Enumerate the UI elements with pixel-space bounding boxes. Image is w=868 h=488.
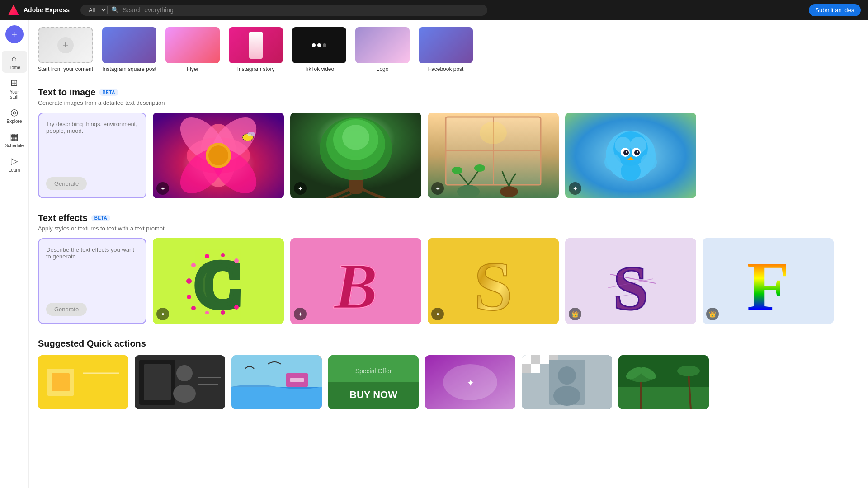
svg-point-27: [474, 164, 485, 172]
quick-action-3[interactable]: [231, 355, 322, 409]
svg-point-25: [457, 185, 480, 198]
quick-action-2[interactable]: [135, 355, 225, 409]
svg-rect-104: [618, 387, 709, 409]
quick-action-7[interactable]: [618, 355, 709, 409]
svg-point-38: [634, 150, 640, 155]
text-to-image-result-bird[interactable]: ✦: [565, 113, 696, 198]
svg-point-29: [480, 122, 507, 144]
sidebar-item-your-stuff[interactable]: ⊞ Your stuff: [2, 75, 27, 102]
sidebar-item-learn[interactable]: ▷ Learn: [2, 153, 27, 175]
svg-text:B: B: [333, 250, 378, 322]
text-to-image-result-flower[interactable]: ✦: [153, 113, 284, 198]
quick-action-6[interactable]: [522, 355, 612, 409]
quick-action-5[interactable]: ✦: [425, 355, 515, 409]
remix-b-button[interactable]: ✦: [294, 308, 307, 320]
sidebar-learn-label: Learn: [9, 168, 20, 173]
search-bar[interactable]: All 🔍: [80, 5, 487, 16]
template-instagram-square[interactable]: Instagram square post: [102, 27, 156, 72]
schedule-icon: ▦: [10, 131, 19, 142]
sidebar-schedule-label: Schedule: [5, 143, 24, 148]
svg-point-39: [626, 151, 627, 153]
template-start-content[interactable]: + Start from your content: [38, 27, 93, 72]
text-effect-s-purple[interactable]: S 👑: [565, 238, 696, 324]
remix-plants-button[interactable]: ✦: [431, 182, 444, 195]
sidebar-home-label: Home: [8, 65, 20, 70]
text-effects-textarea[interactable]: [46, 246, 138, 297]
text-effect-f-rainbow[interactable]: F 👑: [703, 238, 834, 324]
svg-point-78: [176, 365, 193, 381]
remix-c-button[interactable]: ✦: [156, 308, 169, 320]
svg-point-40: [637, 151, 638, 153]
text-to-image-generate-button[interactable]: Generate: [46, 177, 87, 190]
template-logo-label: Logo: [377, 66, 389, 72]
text-to-image-result-plants[interactable]: ✦: [428, 113, 559, 198]
template-story-label: Instagram story: [237, 66, 275, 72]
svg-point-44: [621, 161, 641, 181]
new-project-button[interactable]: +: [5, 25, 24, 43]
svg-rect-77: [144, 364, 171, 400]
remix-bird-button[interactable]: ✦: [569, 182, 581, 195]
template-logo[interactable]: Logo: [355, 27, 410, 72]
svg-point-14: [247, 132, 255, 136]
sidebar-item-home[interactable]: ⌂ Home: [2, 51, 27, 73]
search-filter-select[interactable]: All: [87, 6, 108, 14]
template-instagram-story[interactable]: Instagram story: [229, 27, 283, 72]
svg-rect-94: [522, 355, 531, 364]
quick-action-4[interactable]: BUY NOW Special Offer: [328, 355, 419, 409]
text-to-image-result-tree[interactable]: ✦: [290, 113, 421, 198]
template-flyer[interactable]: Flyer: [165, 27, 220, 72]
your-stuff-icon: ⊞: [10, 77, 18, 88]
svg-point-102: [553, 386, 580, 406]
sidebar-item-explore[interactable]: ◎ Explore: [2, 104, 27, 127]
template-thumb-flyer: [165, 27, 220, 63]
text-effect-s-gold[interactable]: S ✦: [428, 238, 559, 324]
text-effect-b[interactable]: B B ✦: [290, 238, 421, 324]
search-input[interactable]: [123, 6, 481, 14]
svg-point-26: [452, 167, 462, 174]
text-effects-generate-button[interactable]: Generate: [46, 303, 87, 316]
svg-marker-0: [8, 5, 19, 15]
template-thumb-tiktok: [292, 27, 346, 63]
home-icon: ⌂: [11, 53, 17, 64]
text-to-image-beta-badge: BETA: [99, 89, 118, 96]
text-effects-cards: Generate C: [38, 238, 859, 324]
remix-flower-button[interactable]: ✦: [156, 182, 169, 195]
text-effects-beta-badge: BETA: [91, 215, 110, 221]
svg-text:✦: ✦: [467, 379, 474, 388]
text-effect-c[interactable]: C C ✦: [153, 238, 284, 324]
crown-f-rainbow-button[interactable]: 👑: [706, 308, 719, 320]
sidebar-item-schedule[interactable]: ▦ Schedule: [2, 128, 27, 151]
svg-point-28: [500, 186, 518, 197]
main-content: + Start from your content Instagram squa…: [29, 20, 868, 488]
text-effects-header: Text effects BETA: [38, 213, 859, 223]
svg-point-11: [208, 145, 228, 165]
text-effects-title: Text effects: [38, 213, 88, 223]
quick-action-1[interactable]: [38, 355, 128, 409]
svg-text:S: S: [474, 247, 513, 324]
template-thumb-logo: [355, 27, 410, 63]
template-thumb-instagram: [102, 27, 156, 63]
template-thumb-story: [229, 27, 283, 63]
template-facebook[interactable]: Facebook post: [419, 27, 473, 72]
app-logo: Adobe Express: [7, 4, 70, 16]
topbar: Adobe Express All 🔍 Submit an idea: [0, 0, 868, 20]
text-to-image-subtitle: Generate images from a detailed text des…: [38, 99, 859, 106]
svg-point-79: [173, 385, 196, 403]
template-tiktok[interactable]: TikTok video: [292, 27, 346, 72]
svg-point-101: [558, 366, 576, 385]
svg-point-52: [187, 295, 191, 299]
app-name-label: Adobe Express: [24, 6, 70, 14]
submit-idea-button[interactable]: Submit an idea: [809, 4, 861, 16]
svg-text:+: +: [63, 39, 69, 51]
text-to-image-title: Text to image: [38, 87, 95, 98]
crown-s-purple-button[interactable]: 👑: [569, 308, 581, 320]
svg-point-110: [677, 366, 700, 376]
quick-actions-section: Suggested Quick actions: [38, 338, 859, 409]
text-to-image-textarea[interactable]: [46, 121, 138, 172]
remix-s-gold-button[interactable]: ✦: [431, 308, 444, 320]
sidebar: + ⌂ Home ⊞ Your stuff ◎ Explore ▦ Schedu…: [0, 20, 29, 488]
svg-rect-98: [540, 355, 549, 364]
svg-point-42: [604, 154, 621, 170]
remix-tree-button[interactable]: ✦: [294, 182, 307, 195]
svg-rect-72: [52, 373, 70, 391]
